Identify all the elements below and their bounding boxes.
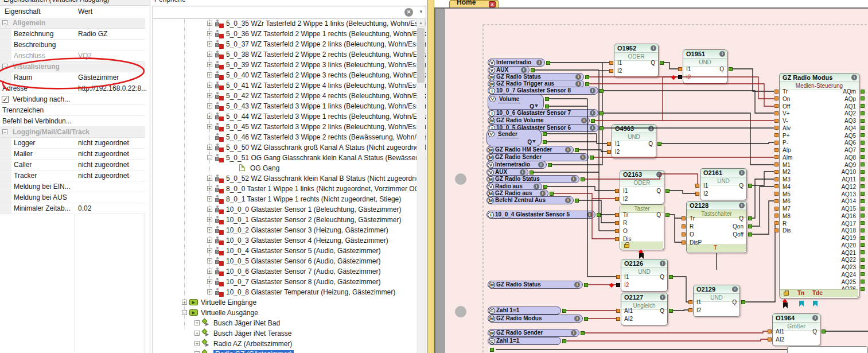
- output-connector[interactable]: [581, 177, 585, 181]
- info-icon[interactable]: i: [521, 67, 527, 73]
- output-connector[interactable]: [861, 126, 865, 130]
- tree-row[interactable]: +▶Busch Jäger iNet Bad: [153, 318, 426, 328]
- output-connector[interactable]: [600, 89, 604, 93]
- input-connector[interactable]: [682, 216, 686, 220]
- output-connector[interactable]: [600, 111, 604, 115]
- io-pill[interactable]: I10_0_6 Glastaster Sensor 7i: [488, 109, 598, 117]
- output-connector[interactable]: [600, 126, 604, 130]
- io-pill[interactable]: MGZ Radio Statusi: [486, 175, 579, 183]
- input-connector[interactable]: [774, 177, 779, 181]
- expand-icon[interactable]: +: [207, 93, 212, 98]
- property-row[interactable]: Meldung bei EIN...: [0, 181, 145, 192]
- input-connector[interactable]: [774, 119, 779, 123]
- tab-close-icon[interactable]: x: [489, 1, 496, 7]
- input-connector[interactable]: [774, 90, 779, 94]
- property-value[interactable]: nicht zugeordnet: [78, 161, 129, 169]
- info-icon[interactable]: i: [660, 294, 665, 300]
- property-row[interactable]: Beschreibung: [0, 40, 145, 51]
- input-connector[interactable]: [607, 150, 611, 154]
- property-value[interactable]: nicht zugeordnet: [78, 139, 129, 147]
- tree-row[interactable]: +▶Busch Jäger iNet Terasse: [153, 328, 426, 339]
- input-connector[interactable]: [774, 170, 779, 174]
- expand-icon[interactable]: +: [207, 279, 212, 284]
- input-connector[interactable]: [682, 240, 686, 245]
- output-connector[interactable]: [861, 258, 865, 262]
- io-pill[interactable]: I10_0_7 Glastaster Sensor 8i: [488, 87, 598, 95]
- property-row[interactable]: Adressehttp://192.168.0.22:8...: [0, 83, 145, 94]
- output-connector[interactable]: [861, 199, 865, 203]
- output-connector[interactable]: [748, 232, 752, 236]
- output-connector[interactable]: [861, 221, 865, 225]
- collapse-icon[interactable]: −: [182, 310, 187, 315]
- info-icon[interactable]: i: [574, 316, 580, 321]
- input-connector[interactable]: [609, 61, 613, 65]
- expand-icon[interactable]: +: [207, 207, 212, 212]
- tree-row[interactable]: +5_0_39 WZ Tasterfeld 2 Wippe 3 links (B…: [153, 60, 426, 70]
- info-icon[interactable]: i: [719, 51, 725, 57]
- output-connector[interactable]: [530, 170, 534, 174]
- input-connector[interactable]: [678, 75, 682, 79]
- input-connector[interactable]: [774, 192, 779, 196]
- output-connector[interactable]: [861, 177, 865, 181]
- output-connector[interactable]: [861, 265, 865, 269]
- output-connector[interactable]: [861, 243, 865, 247]
- property-value[interactable]: nicht zugeordnet: [78, 150, 129, 158]
- scroll-up-icon[interactable]: ▲: [417, 18, 425, 27]
- output-connector[interactable]: [861, 272, 865, 276]
- output-connector[interactable]: [729, 67, 733, 71]
- io-pill[interactable]: MBefehl Zentral Ausi: [486, 196, 574, 204]
- collapse-icon[interactable]: −: [207, 155, 212, 160]
- input-connector[interactable]: [768, 338, 772, 342]
- tree-row[interactable]: +5_0_44 WZ Tasterfeld 3 Wippe 1 rechts (…: [153, 111, 426, 122]
- output-connector[interactable]: [665, 189, 670, 193]
- property-value[interactable]: VQ2: [78, 52, 92, 60]
- partial-block[interactable]: [787, 346, 868, 353]
- tree-row[interactable]: +5_0_50 WZ Glasschrank groß Kanal A Stat…: [153, 142, 426, 153]
- info-icon[interactable]: i: [540, 191, 546, 196]
- property-row[interactable]: Meldung bei AUS: [0, 192, 145, 203]
- output-connector[interactable]: [657, 142, 661, 146]
- tree-row[interactable]: +10_0_5 Glastaster Sensor 6 (Audio, Gäst…: [153, 256, 426, 266]
- info-icon[interactable]: i: [534, 184, 539, 189]
- tree-row[interactable]: +10_0_3 Glastaster Sensor 4 (Heizung, Gä…: [153, 235, 426, 246]
- tree-row[interactable]: +5_0_41 WZ Tasterfeld 2 Wippe 4 links (B…: [153, 80, 426, 91]
- block-gz-radio-modus[interactable]: GZ Radio ModusiMedien-SteuerungTrOnOffV+…: [779, 73, 859, 298]
- expand-icon[interactable]: +: [207, 31, 212, 36]
- expand-icon[interactable]: +: [182, 300, 187, 305]
- output-connector[interactable]: [861, 96, 865, 100]
- info-icon[interactable]: i: [851, 75, 857, 80]
- io-pill[interactable]: MGZ Radio Senderi: [486, 153, 589, 161]
- output-connector[interactable]: [669, 275, 673, 279]
- section-row[interactable]: −Visualisierung: [0, 61, 145, 72]
- expand-icon[interactable]: +: [207, 41, 212, 46]
- expand-icon[interactable]: +: [207, 21, 212, 26]
- block-Taster[interactable]: TasterTrQRODis: [620, 204, 664, 250]
- output-connector[interactable]: [861, 207, 865, 211]
- output-connector[interactable]: [861, 170, 865, 174]
- tree-row[interactable]: +5_0_43 WZ Tasterfeld 3 Wippe 1 links (B…: [153, 101, 426, 111]
- info-icon[interactable]: i: [739, 203, 745, 208]
- tree-scrollbar[interactable]: ▲: [417, 18, 425, 353]
- io-pill[interactable]: I10_0_4 Glastaster Sensor 5i: [486, 211, 595, 219]
- expand-icon[interactable]: +: [207, 258, 212, 263]
- input-connector[interactable]: [615, 213, 619, 217]
- expand-icon[interactable]: +: [207, 52, 212, 57]
- input-connector[interactable]: [774, 126, 779, 130]
- collapse-icon[interactable]: −: [2, 20, 7, 25]
- input-connector[interactable]: [774, 96, 779, 100]
- input-connector[interactable]: [682, 232, 686, 236]
- tree-row[interactable]: +10_0_0 Glastaster Sensor 1 (Beleuchtung…: [153, 204, 426, 215]
- io-block[interactable]: VVolumeQ: [488, 94, 544, 111]
- output-connector[interactable]: [861, 155, 865, 159]
- info-icon[interactable]: i: [565, 197, 571, 203]
- expand-icon[interactable]: +: [207, 238, 212, 243]
- tree-row[interactable]: +5_0_37 WZ Tasterfeld 2 Wippe 2 links (B…: [153, 39, 426, 49]
- input-connector[interactable]: [688, 300, 692, 304]
- output-connector[interactable]: [575, 148, 579, 152]
- io-pill[interactable]: MGZ Radio Modusi: [488, 315, 583, 323]
- output-connector[interactable]: [861, 228, 865, 232]
- info-icon[interactable]: i: [651, 45, 656, 51]
- output-connector[interactable]: [861, 184, 865, 188]
- tree-row[interactable]: +5_0_52 WZ Glasschrank klein Kanal B Sta…: [153, 173, 426, 184]
- property-row[interactable]: Callernicht zugeordnet: [0, 160, 145, 170]
